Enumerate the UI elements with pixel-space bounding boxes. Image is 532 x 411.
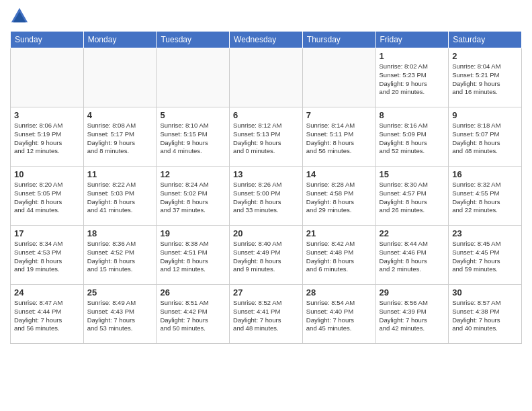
day-number: 14	[306, 169, 372, 179]
calendar-cell: 21Sunrise: 8:42 AM Sunset: 4:48 PM Dayli…	[302, 226, 375, 285]
day-number: 16	[452, 169, 518, 179]
day-number: 6	[233, 110, 299, 120]
calendar-cell	[83, 48, 157, 107]
day-info: Sunrise: 8:26 AM Sunset: 5:00 PM Dayligh…	[233, 181, 299, 215]
day-info: Sunrise: 8:10 AM Sunset: 5:15 PM Dayligh…	[160, 122, 226, 156]
calendar-cell: 8Sunrise: 8:16 AM Sunset: 5:09 PM Daylig…	[375, 107, 449, 167]
day-number: 19	[160, 228, 226, 238]
day-info: Sunrise: 8:42 AM Sunset: 4:48 PM Dayligh…	[306, 240, 372, 274]
calendar-cell: 18Sunrise: 8:36 AM Sunset: 4:52 PM Dayli…	[83, 226, 157, 285]
calendar-cell: 29Sunrise: 8:56 AM Sunset: 4:39 PM Dayli…	[375, 285, 449, 344]
calendar-cell: 11Sunrise: 8:22 AM Sunset: 5:03 PM Dayli…	[83, 167, 157, 226]
day-number: 5	[160, 110, 226, 120]
day-info: Sunrise: 8:51 AM Sunset: 4:42 PM Dayligh…	[160, 299, 226, 333]
calendar-cell: 9Sunrise: 8:18 AM Sunset: 5:07 PM Daylig…	[449, 107, 522, 167]
day-number: 22	[380, 228, 445, 238]
day-number: 21	[306, 228, 372, 238]
weekday-header-friday: Friday	[375, 32, 449, 48]
calendar-cell: 30Sunrise: 8:57 AM Sunset: 4:38 PM Dayli…	[449, 285, 522, 344]
calendar-cell: 26Sunrise: 8:51 AM Sunset: 4:42 PM Dayli…	[157, 285, 230, 344]
day-info: Sunrise: 8:57 AM Sunset: 4:38 PM Dayligh…	[452, 299, 518, 333]
day-info: Sunrise: 8:08 AM Sunset: 5:17 PM Dayligh…	[87, 122, 153, 156]
day-number: 4	[87, 110, 153, 120]
day-info: Sunrise: 8:20 AM Sunset: 5:05 PM Dayligh…	[14, 181, 80, 215]
day-number: 24	[14, 287, 80, 298]
day-info: Sunrise: 8:16 AM Sunset: 5:09 PM Dayligh…	[380, 122, 445, 156]
day-info: Sunrise: 8:52 AM Sunset: 4:41 PM Dayligh…	[233, 299, 299, 333]
day-number: 13	[233, 169, 299, 179]
day-info: Sunrise: 8:47 AM Sunset: 4:44 PM Dayligh…	[14, 299, 80, 333]
day-number: 10	[14, 169, 80, 179]
calendar-cell: 12Sunrise: 8:24 AM Sunset: 5:02 PM Dayli…	[157, 167, 230, 226]
day-info: Sunrise: 8:36 AM Sunset: 4:52 PM Dayligh…	[87, 240, 153, 274]
day-info: Sunrise: 8:28 AM Sunset: 4:58 PM Dayligh…	[306, 181, 372, 215]
day-info: Sunrise: 8:14 AM Sunset: 5:11 PM Dayligh…	[306, 122, 372, 156]
calendar-cell: 13Sunrise: 8:26 AM Sunset: 5:00 PM Dayli…	[230, 167, 303, 226]
calendar-cell: 2Sunrise: 8:04 AM Sunset: 5:21 PM Daylig…	[449, 48, 522, 107]
logo	[10, 7, 32, 26]
calendar-cell: 22Sunrise: 8:44 AM Sunset: 4:46 PM Dayli…	[375, 226, 449, 285]
calendar-cell: 20Sunrise: 8:40 AM Sunset: 4:49 PM Dayli…	[230, 226, 303, 285]
week-row-2: 3Sunrise: 8:06 AM Sunset: 5:19 PM Daylig…	[11, 107, 522, 167]
day-info: Sunrise: 8:32 AM Sunset: 4:55 PM Dayligh…	[452, 181, 518, 215]
calendar-cell: 14Sunrise: 8:28 AM Sunset: 4:58 PM Dayli…	[302, 167, 375, 226]
day-number: 3	[14, 110, 80, 120]
calendar-cell: 17Sunrise: 8:34 AM Sunset: 4:53 PM Dayli…	[11, 226, 84, 285]
calendar-cell	[230, 48, 303, 107]
day-info: Sunrise: 8:12 AM Sunset: 5:13 PM Dayligh…	[233, 122, 299, 156]
day-info: Sunrise: 8:56 AM Sunset: 4:39 PM Dayligh…	[380, 299, 445, 333]
weekday-header-tuesday: Tuesday	[157, 32, 230, 48]
calendar-cell: 6Sunrise: 8:12 AM Sunset: 5:13 PM Daylig…	[230, 107, 303, 167]
day-number: 12	[160, 169, 226, 179]
day-number: 15	[380, 169, 445, 179]
day-info: Sunrise: 8:06 AM Sunset: 5:19 PM Dayligh…	[14, 122, 80, 156]
day-number: 8	[380, 110, 445, 120]
day-number: 17	[14, 228, 80, 238]
calendar-cell: 4Sunrise: 8:08 AM Sunset: 5:17 PM Daylig…	[83, 107, 157, 167]
day-info: Sunrise: 8:18 AM Sunset: 5:07 PM Dayligh…	[452, 122, 518, 156]
weekday-header-thursday: Thursday	[302, 32, 375, 48]
header	[10, 7, 522, 26]
calendar-table: SundayMondayTuesdayWednesdayThursdayFrid…	[10, 31, 522, 344]
day-number: 7	[306, 110, 372, 120]
weekday-header-row: SundayMondayTuesdayWednesdayThursdayFrid…	[11, 32, 522, 48]
day-info: Sunrise: 8:22 AM Sunset: 5:03 PM Dayligh…	[87, 181, 153, 215]
day-info: Sunrise: 8:45 AM Sunset: 4:45 PM Dayligh…	[452, 240, 518, 274]
day-number: 23	[452, 228, 518, 238]
day-info: Sunrise: 8:34 AM Sunset: 4:53 PM Dayligh…	[14, 240, 80, 274]
day-number: 25	[87, 287, 153, 298]
week-row-5: 24Sunrise: 8:47 AM Sunset: 4:44 PM Dayli…	[11, 285, 522, 344]
week-row-3: 10Sunrise: 8:20 AM Sunset: 5:05 PM Dayli…	[11, 167, 522, 226]
calendar-cell: 16Sunrise: 8:32 AM Sunset: 4:55 PM Dayli…	[449, 167, 522, 226]
calendar-cell: 5Sunrise: 8:10 AM Sunset: 5:15 PM Daylig…	[157, 107, 230, 167]
calendar-cell	[11, 48, 84, 107]
day-info: Sunrise: 8:24 AM Sunset: 5:02 PM Dayligh…	[160, 181, 226, 215]
day-number: 28	[306, 287, 372, 298]
day-number: 30	[452, 287, 518, 298]
calendar-cell: 1Sunrise: 8:02 AM Sunset: 5:23 PM Daylig…	[375, 48, 449, 107]
weekday-header-wednesday: Wednesday	[230, 32, 303, 48]
calendar-cell: 3Sunrise: 8:06 AM Sunset: 5:19 PM Daylig…	[11, 107, 84, 167]
weekday-header-saturday: Saturday	[449, 32, 522, 48]
calendar-cell	[302, 48, 375, 107]
calendar-cell: 19Sunrise: 8:38 AM Sunset: 4:51 PM Dayli…	[157, 226, 230, 285]
day-number: 20	[233, 228, 299, 238]
day-info: Sunrise: 8:40 AM Sunset: 4:49 PM Dayligh…	[233, 240, 299, 274]
day-info: Sunrise: 8:30 AM Sunset: 4:57 PM Dayligh…	[380, 181, 445, 215]
day-info: Sunrise: 8:02 AM Sunset: 5:23 PM Dayligh…	[380, 62, 445, 97]
calendar-cell: 10Sunrise: 8:20 AM Sunset: 5:05 PM Dayli…	[11, 167, 84, 226]
day-info: Sunrise: 8:44 AM Sunset: 4:46 PM Dayligh…	[380, 240, 445, 274]
calendar-cell: 7Sunrise: 8:14 AM Sunset: 5:11 PM Daylig…	[302, 107, 375, 167]
calendar-cell: 27Sunrise: 8:52 AM Sunset: 4:41 PM Dayli…	[230, 285, 303, 344]
calendar-cell: 25Sunrise: 8:49 AM Sunset: 4:43 PM Dayli…	[83, 285, 157, 344]
weekday-header-monday: Monday	[83, 32, 157, 48]
day-number: 1	[380, 51, 445, 61]
day-number: 11	[87, 169, 153, 179]
calendar-cell: 28Sunrise: 8:54 AM Sunset: 4:40 PM Dayli…	[302, 285, 375, 344]
calendar-cell: 23Sunrise: 8:45 AM Sunset: 4:45 PM Dayli…	[449, 226, 522, 285]
calendar-cell: 15Sunrise: 8:30 AM Sunset: 4:57 PM Dayli…	[375, 167, 449, 226]
day-number: 26	[160, 287, 226, 298]
day-info: Sunrise: 8:49 AM Sunset: 4:43 PM Dayligh…	[87, 299, 153, 333]
day-info: Sunrise: 8:04 AM Sunset: 5:21 PM Dayligh…	[452, 62, 518, 97]
day-number: 9	[452, 110, 518, 120]
